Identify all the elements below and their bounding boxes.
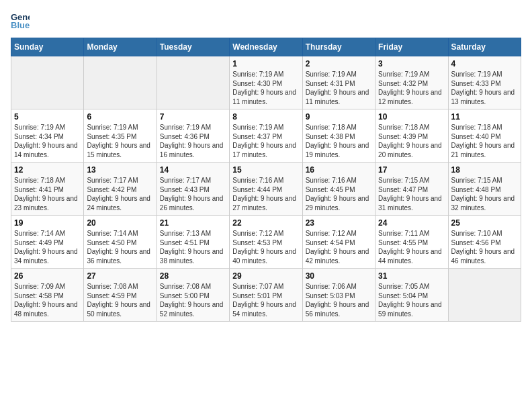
day-info: Sunrise: 7:18 AM Sunset: 4:41 PM Dayligh… <box>14 176 81 212</box>
day-number: 16 <box>306 165 372 175</box>
day-info: Sunrise: 7:18 AM Sunset: 4:39 PM Dayligh… <box>378 123 445 159</box>
day-number: 9 <box>306 112 372 122</box>
day-number: 20 <box>87 218 153 228</box>
day-number: 24 <box>378 218 445 228</box>
calendar-cell: 2Sunrise: 7:19 AM Sunset: 4:31 PM Daylig… <box>302 56 375 109</box>
day-number: 7 <box>160 112 226 122</box>
day-info: Sunrise: 7:09 AM Sunset: 4:58 PM Dayligh… <box>14 282 81 318</box>
day-number: 21 <box>160 218 226 228</box>
calendar-cell: 19Sunrise: 7:14 AM Sunset: 4:49 PM Dayli… <box>11 216 84 269</box>
day-info: Sunrise: 7:08 AM Sunset: 5:00 PM Dayligh… <box>160 282 226 318</box>
calendar-cell <box>84 56 157 109</box>
column-header-sunday: Sunday <box>11 38 84 56</box>
day-info: Sunrise: 7:13 AM Sunset: 4:51 PM Dayligh… <box>160 229 226 265</box>
day-info: Sunrise: 7:19 AM Sunset: 4:35 PM Dayligh… <box>87 123 153 159</box>
day-info: Sunrise: 7:12 AM Sunset: 4:54 PM Dayligh… <box>306 229 372 265</box>
calendar-cell: 10Sunrise: 7:18 AM Sunset: 4:39 PM Dayli… <box>375 109 448 163</box>
calendar-cell: 11Sunrise: 7:18 AM Sunset: 4:40 PM Dayli… <box>448 109 521 163</box>
day-number: 29 <box>232 271 299 281</box>
calendar-cell: 21Sunrise: 7:13 AM Sunset: 4:51 PM Dayli… <box>157 216 229 269</box>
column-header-monday: Monday <box>84 38 157 56</box>
calendar-cell: 27Sunrise: 7:08 AM Sunset: 4:59 PM Dayli… <box>84 269 157 322</box>
day-info: Sunrise: 7:15 AM Sunset: 4:47 PM Dayligh… <box>378 176 445 212</box>
day-info: Sunrise: 7:16 AM Sunset: 4:45 PM Dayligh… <box>306 176 372 212</box>
day-number: 27 <box>87 271 153 281</box>
day-info: Sunrise: 7:08 AM Sunset: 4:59 PM Dayligh… <box>87 282 153 318</box>
day-number: 15 <box>232 165 299 175</box>
calendar-cell: 14Sunrise: 7:17 AM Sunset: 4:43 PM Dayli… <box>157 163 229 216</box>
calendar-cell: 12Sunrise: 7:18 AM Sunset: 4:41 PM Dayli… <box>11 163 84 216</box>
svg-text:Blue: Blue <box>11 20 30 30</box>
calendar-cell: 20Sunrise: 7:14 AM Sunset: 4:50 PM Dayli… <box>84 216 157 269</box>
calendar-cell: 1Sunrise: 7:19 AM Sunset: 4:30 PM Daylig… <box>230 56 302 109</box>
calendar-cell: 17Sunrise: 7:15 AM Sunset: 4:47 PM Dayli… <box>375 163 448 216</box>
calendar-cell: 22Sunrise: 7:12 AM Sunset: 4:53 PM Dayli… <box>230 216 302 269</box>
day-number: 3 <box>378 59 445 68</box>
day-number: 17 <box>378 165 445 175</box>
column-header-saturday: Saturday <box>448 38 521 56</box>
day-number: 11 <box>451 112 518 122</box>
day-info: Sunrise: 7:06 AM Sunset: 5:03 PM Dayligh… <box>306 282 372 318</box>
day-number: 31 <box>378 271 445 281</box>
calendar-cell: 31Sunrise: 7:05 AM Sunset: 5:04 PM Dayli… <box>375 269 448 322</box>
day-info: Sunrise: 7:10 AM Sunset: 4:56 PM Dayligh… <box>451 229 518 265</box>
day-number: 6 <box>87 112 153 122</box>
day-info: Sunrise: 7:19 AM Sunset: 4:34 PM Dayligh… <box>14 123 81 159</box>
calendar-cell: 18Sunrise: 7:15 AM Sunset: 4:48 PM Dayli… <box>448 163 521 216</box>
calendar-cell: 7Sunrise: 7:19 AM Sunset: 4:36 PM Daylig… <box>157 109 229 163</box>
week-row-4: 19Sunrise: 7:14 AM Sunset: 4:49 PM Dayli… <box>11 216 521 269</box>
calendar-cell: 13Sunrise: 7:17 AM Sunset: 4:42 PM Dayli… <box>84 163 157 216</box>
day-number: 30 <box>306 271 372 281</box>
day-info: Sunrise: 7:19 AM Sunset: 4:32 PM Dayligh… <box>378 70 445 106</box>
calendar-cell: 25Sunrise: 7:10 AM Sunset: 4:56 PM Dayli… <box>448 216 521 269</box>
day-number: 8 <box>232 112 299 122</box>
day-info: Sunrise: 7:07 AM Sunset: 5:01 PM Dayligh… <box>232 282 299 318</box>
logo: General Blue <box>11 11 32 30</box>
day-info: Sunrise: 7:19 AM Sunset: 4:30 PM Dayligh… <box>232 70 299 106</box>
day-number: 12 <box>14 165 81 175</box>
calendar-cell: 15Sunrise: 7:16 AM Sunset: 4:44 PM Dayli… <box>230 163 302 216</box>
day-number: 22 <box>232 218 299 228</box>
calendar-cell: 3Sunrise: 7:19 AM Sunset: 4:32 PM Daylig… <box>375 56 448 109</box>
page-header: General Blue <box>11 11 521 30</box>
day-number: 18 <box>451 165 518 175</box>
calendar-cell: 23Sunrise: 7:12 AM Sunset: 4:54 PM Dayli… <box>302 216 375 269</box>
calendar-cell: 24Sunrise: 7:11 AM Sunset: 4:55 PM Dayli… <box>375 216 448 269</box>
day-info: Sunrise: 7:12 AM Sunset: 4:53 PM Dayligh… <box>232 229 299 265</box>
calendar-cell: 28Sunrise: 7:08 AM Sunset: 5:00 PM Dayli… <box>157 269 229 322</box>
calendar-cell <box>11 56 84 109</box>
day-info: Sunrise: 7:19 AM Sunset: 4:37 PM Dayligh… <box>232 123 299 159</box>
day-number: 4 <box>451 59 518 68</box>
day-number: 23 <box>306 218 372 228</box>
day-number: 26 <box>14 271 81 281</box>
calendar-cell: 4Sunrise: 7:19 AM Sunset: 4:33 PM Daylig… <box>448 56 521 109</box>
calendar-cell: 30Sunrise: 7:06 AM Sunset: 5:03 PM Dayli… <box>302 269 375 322</box>
day-info: Sunrise: 7:17 AM Sunset: 4:42 PM Dayligh… <box>87 176 153 212</box>
column-header-friday: Friday <box>375 38 448 56</box>
calendar-cell: 29Sunrise: 7:07 AM Sunset: 5:01 PM Dayli… <box>230 269 302 322</box>
day-number: 28 <box>160 271 226 281</box>
calendar-cell: 26Sunrise: 7:09 AM Sunset: 4:58 PM Dayli… <box>11 269 84 322</box>
day-info: Sunrise: 7:18 AM Sunset: 4:38 PM Dayligh… <box>306 123 372 159</box>
calendar-cell: 8Sunrise: 7:19 AM Sunset: 4:37 PM Daylig… <box>230 109 302 163</box>
calendar-cell: 5Sunrise: 7:19 AM Sunset: 4:34 PM Daylig… <box>11 109 84 163</box>
day-info: Sunrise: 7:11 AM Sunset: 4:55 PM Dayligh… <box>378 229 445 265</box>
week-row-3: 12Sunrise: 7:18 AM Sunset: 4:41 PM Dayli… <box>11 163 521 216</box>
day-info: Sunrise: 7:14 AM Sunset: 4:49 PM Dayligh… <box>14 229 81 265</box>
day-info: Sunrise: 7:19 AM Sunset: 4:33 PM Dayligh… <box>451 70 518 106</box>
day-number: 25 <box>451 218 518 228</box>
day-info: Sunrise: 7:15 AM Sunset: 4:48 PM Dayligh… <box>451 176 518 212</box>
day-info: Sunrise: 7:19 AM Sunset: 4:36 PM Dayligh… <box>160 123 226 159</box>
day-number: 14 <box>160 165 226 175</box>
day-info: Sunrise: 7:17 AM Sunset: 4:43 PM Dayligh… <box>160 176 226 212</box>
week-row-5: 26Sunrise: 7:09 AM Sunset: 4:58 PM Dayli… <box>11 269 521 322</box>
day-number: 19 <box>14 218 81 228</box>
day-info: Sunrise: 7:05 AM Sunset: 5:04 PM Dayligh… <box>378 282 445 318</box>
calendar-cell: 16Sunrise: 7:16 AM Sunset: 4:45 PM Dayli… <box>302 163 375 216</box>
day-info: Sunrise: 7:18 AM Sunset: 4:40 PM Dayligh… <box>451 123 518 159</box>
calendar-cell: 9Sunrise: 7:18 AM Sunset: 4:38 PM Daylig… <box>302 109 375 163</box>
column-header-thursday: Thursday <box>302 38 375 56</box>
week-row-1: 1Sunrise: 7:19 AM Sunset: 4:30 PM Daylig… <box>11 56 521 109</box>
column-header-wednesday: Wednesday <box>230 38 302 56</box>
column-header-tuesday: Tuesday <box>157 38 229 56</box>
